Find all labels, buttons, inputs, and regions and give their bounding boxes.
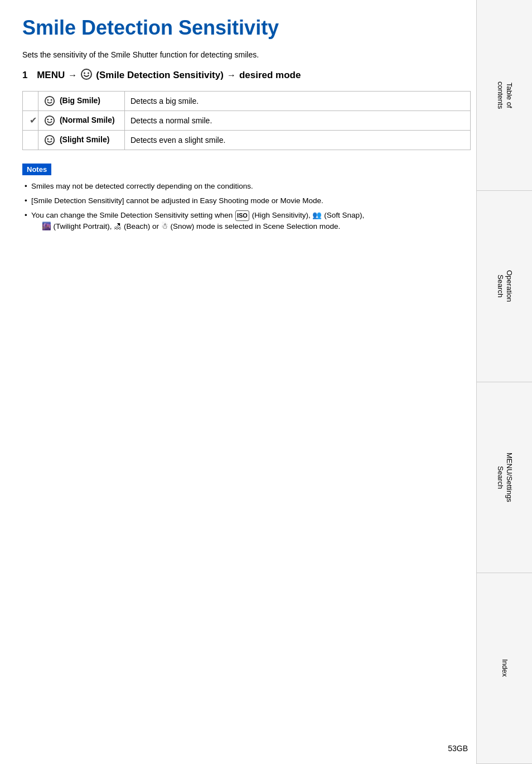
- twilight-portrait-icon: 🌆: [42, 222, 51, 230]
- checkmark-cell: ✔: [23, 110, 38, 130]
- note-item: [Smile Detection Sensitivity] cannot be …: [22, 195, 471, 206]
- option-label: (Normal Smile): [60, 115, 115, 124]
- note-item: You can change the Smile Detection Sensi…: [22, 210, 471, 233]
- smile-icon: [44, 134, 55, 146]
- options-table: (Big Smile) Detects a big smile.✔ (Norma…: [22, 91, 471, 150]
- svg-point-0: [81, 69, 91, 79]
- option-label: (Big Smile): [60, 95, 100, 104]
- svg-point-5: [51, 99, 52, 100]
- option-label-cell: (Big Smile): [38, 91, 125, 110]
- svg-point-9: [45, 135, 54, 144]
- notes-label: Notes: [22, 164, 51, 175]
- iso-icon: ISO: [235, 210, 249, 221]
- svg-point-11: [51, 138, 52, 140]
- sidebar-tab-table-of-contents[interactable]: Table ofcontents: [476, 0, 532, 191]
- sidebar-tab-operation-search[interactable]: OperationSearch: [476, 191, 532, 382]
- note-item: Smiles may not be detected correctly dep…: [22, 181, 471, 192]
- checkmark-icon: ✔: [30, 116, 37, 125]
- option-label: (Slight Smile): [60, 134, 109, 143]
- table-row: (Big Smile) Detects a big smile.: [23, 91, 471, 110]
- svg-point-2: [88, 72, 89, 74]
- sidebar-tab-index[interactable]: Index: [476, 573, 532, 764]
- soft-snap-icon: 👥: [312, 211, 322, 219]
- smile-detection-icon: [80, 68, 93, 83]
- table-row: ✔ (Normal Smile) Detects a normal smile.: [23, 110, 471, 130]
- svg-point-7: [47, 118, 49, 120]
- snow-icon: ☃: [161, 222, 168, 230]
- desired-mode-text: desired mode: [239, 70, 301, 81]
- checkmark-cell: [23, 91, 38, 110]
- svg-point-4: [47, 99, 49, 100]
- page-title: Smile Detection Sensitivity: [22, 17, 471, 39]
- svg-point-10: [47, 138, 49, 140]
- svg-point-6: [45, 116, 54, 124]
- notes-list: Smiles may not be detected correctly dep…: [22, 181, 471, 233]
- table-row: (Slight Smile) Detects even a slight smi…: [23, 130, 471, 150]
- sidebar-tab-menu-settings-search[interactable]: MENU/SettingsSearch: [476, 382, 532, 573]
- option-label-cell: (Slight Smile): [38, 130, 125, 150]
- option-label-cell: (Normal Smile): [38, 110, 125, 130]
- svg-point-1: [84, 72, 85, 74]
- option-description-cell: Detects a normal smile.: [125, 110, 471, 130]
- beach-icon: 🏖: [114, 222, 122, 230]
- svg-point-8: [51, 118, 52, 120]
- right-sidebar: Table ofcontents OperationSearch MENU/Se…: [476, 0, 532, 764]
- option-description-cell: Detects even a slight smile.: [125, 130, 471, 150]
- menu-step-number: 1: [22, 70, 27, 81]
- notes-section: Notes Smiles may not be detected correct…: [22, 164, 471, 233]
- svg-point-3: [45, 96, 54, 105]
- menu-instruction: 1 MENU → (Smile Detection Sensitivity) →…: [22, 68, 471, 83]
- arrow-icon-1: →: [68, 70, 77, 80]
- menu-instruction-text: (Smile Detection Sensitivity): [96, 70, 224, 81]
- checkmark-cell: [23, 130, 38, 150]
- smile-icon: [44, 95, 55, 107]
- option-description-cell: Detects a big smile.: [125, 91, 471, 110]
- menu-label: MENU: [37, 70, 65, 81]
- page-description: Sets the sensitivity of the Smile Shutte…: [22, 50, 471, 59]
- arrow-icon-2: →: [227, 70, 236, 80]
- page-number: 53GB: [448, 744, 468, 753]
- smile-icon: [44, 115, 55, 126]
